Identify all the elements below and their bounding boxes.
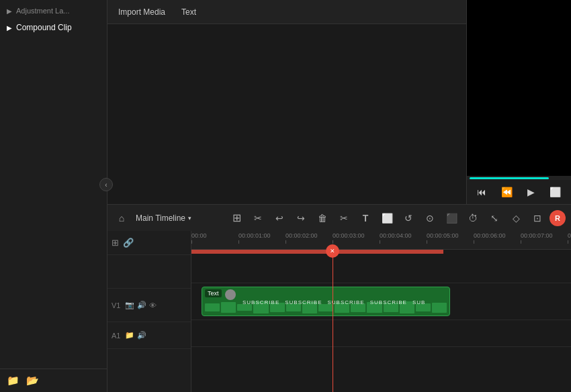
- preview-controls: ⏮ ⏪ ▶ ⬜: [467, 180, 571, 204]
- add-track-icon[interactable]: ⊞: [112, 238, 119, 248]
- playhead-marker[interactable]: ✕: [326, 244, 339, 258]
- compound-clip-item[interactable]: ▶ Compound Clip: [0, 19, 107, 36]
- a1-number: A1: [112, 332, 121, 340]
- fullscreen-button[interactable]: ⬜: [550, 187, 561, 197]
- ruler-mark-3: 00:00:03:00: [333, 232, 365, 244]
- delete-button[interactable]: 🗑: [313, 209, 332, 228]
- ruler-mark-1: 00:00:01:00: [238, 232, 271, 244]
- a1-controls: 📁 🔊: [125, 331, 146, 340]
- v1-speaker-icon[interactable]: 🔊: [137, 301, 146, 309]
- left-panel-footer: 📁 📂: [0, 369, 107, 392]
- clip-type-icon: [225, 289, 236, 300]
- empty-track-label: [107, 255, 191, 289]
- preview-viewport: [467, 0, 571, 176]
- timeline-tracks: 00:00 00:00:01:00 00:00:02:00 00:00: [191, 231, 571, 392]
- ruler-mark-7: 00:00:07:00: [521, 232, 553, 244]
- ruler-mark-0: 00:00: [191, 232, 207, 244]
- v1-camera-icon[interactable]: 📷: [125, 301, 134, 309]
- add-link-row: ⊞ 🔗: [107, 231, 191, 255]
- video-clip[interactable]: Text SUBSCRIBE SUBSCRIBE SUBSCRIBE SUBSC…: [202, 287, 450, 316]
- track-labels: ⊞ 🔗 V1 📷 🔊 👁 A1: [107, 231, 191, 392]
- resize-tool-button[interactable]: ⤡: [485, 209, 504, 228]
- transform-tool-button[interactable]: ⬛: [442, 209, 461, 228]
- media-bin-list: ▶ Adjustment La... ▶ Compound Clip: [0, 0, 107, 369]
- v1-controls: 📷 🔊 👁: [125, 301, 157, 309]
- adjustment-layer-item[interactable]: ▶ Adjustment La...: [0, 3, 107, 19]
- subscribe-text-2: SUBSCRIBE: [285, 299, 322, 305]
- undo-button[interactable]: ↩: [270, 209, 289, 228]
- play-button[interactable]: ▶: [527, 187, 535, 197]
- adjustment-layer-label: Adjustment La...: [16, 7, 70, 15]
- track-area: Text SUBSCRIBE SUBSCRIBE SUBSCRIBE SUBSC…: [191, 250, 571, 392]
- waveform-bar: [205, 303, 220, 311]
- timeline-name: Main Timeline: [136, 213, 185, 223]
- left-panel: ▶ Adjustment La... ▶ Compound Clip 📁 📂: [0, 0, 107, 392]
- subscribe-text-4: SUBSCRIBE: [370, 299, 407, 305]
- import-media-button[interactable]: Import Media: [116, 6, 168, 18]
- rewind-button[interactable]: ⏮: [477, 187, 486, 197]
- timeline-topbar: ⌂ Main Timeline ▾ ⊞ ✂ ↩ ↪ 🗑 ✂ T ⬜ ↺ ⊙ ⬛ …: [107, 204, 571, 231]
- chevron-right-icon: ▶: [7, 7, 12, 15]
- redo-button[interactable]: ↪: [292, 209, 310, 228]
- a1-folder-icon[interactable]: 📁: [125, 331, 134, 340]
- ruler-mark-8: 00:00:08:00: [568, 232, 571, 244]
- v1-track-label: V1 📷 🔊 👁: [107, 289, 191, 322]
- a1-track-row: [191, 320, 571, 347]
- timeline-label[interactable]: Main Timeline ▾: [136, 213, 191, 223]
- timeline-ruler: 00:00 00:00:01:00 00:00:02:00 00:00: [191, 231, 571, 250]
- prev-frame-button[interactable]: ⏪: [501, 187, 513, 197]
- ruler-mark-2: 00:00:02:00: [286, 232, 318, 244]
- v1-track-row: Text SUBSCRIBE SUBSCRIBE SUBSCRIBE SUBSC…: [191, 283, 571, 320]
- clip-label: Text: [205, 289, 222, 297]
- speed-tool-button[interactable]: ↺: [399, 209, 418, 228]
- timeline-dropdown-arrow: ▾: [188, 215, 191, 222]
- timeline-home-button[interactable]: ⌂: [113, 209, 130, 227]
- a1-speaker-icon[interactable]: 🔊: [137, 331, 146, 340]
- new-folder-icon[interactable]: 📁: [7, 375, 19, 387]
- link-icon[interactable]: 🔗: [123, 238, 134, 248]
- ruler-mark-5: 00:00:05:00: [427, 232, 459, 244]
- subscribe-text-5: SUB: [412, 299, 425, 305]
- preview-panel: ⏮ ⏪ ▶ ⬜: [467, 0, 571, 204]
- user-avatar: R: [550, 210, 566, 226]
- subscribe-text-1: SUBSCRIBE: [243, 299, 279, 305]
- waveform-bar: [221, 302, 236, 313]
- color-tool-button[interactable]: ◇: [507, 209, 525, 228]
- add-folder-icon[interactable]: 📂: [26, 375, 39, 387]
- preview-progress-fill: [470, 177, 549, 179]
- empty-track-row: [191, 250, 571, 283]
- ruler-mark-6: 00:00:06:00: [474, 232, 506, 244]
- media-panel: Import Media Text: [107, 0, 467, 204]
- compound-clip-label: Compound Clip: [16, 23, 72, 32]
- v1-eye-icon[interactable]: 👁: [149, 301, 157, 309]
- copy-tool-button[interactable]: ⊙: [421, 209, 439, 228]
- cut-button[interactable]: ✂: [335, 209, 353, 228]
- top-toolbar: Import Media Text: [107, 0, 466, 24]
- playhead-x: ✕: [330, 248, 335, 254]
- text-tool-button[interactable]: T: [356, 209, 375, 228]
- timeline-section: ⌂ Main Timeline ▾ ⊞ ✂ ↩ ↪ 🗑 ✂ T ⬜ ↺ ⊙ ⬛ …: [107, 204, 571, 392]
- collapse-panel-button[interactable]: ‹: [99, 178, 113, 191]
- text-button[interactable]: Text: [179, 6, 199, 18]
- media-area: [107, 24, 466, 204]
- razor-tool-button[interactable]: ✂: [249, 209, 267, 228]
- ruler-mark-4: 00:00:04:00: [380, 232, 412, 244]
- selection-bar: [191, 250, 443, 254]
- subscribe-pattern: SUBSCRIBE SUBSCRIBE SUBSCRIBE SUBSCRIBE …: [243, 297, 444, 307]
- timer-tool-button[interactable]: ⏱: [464, 209, 482, 228]
- export-tool-button[interactable]: ⊡: [528, 209, 547, 228]
- v1-number: V1: [112, 301, 121, 309]
- chevron-right-icon-2: ▶: [7, 24, 12, 32]
- select-tool-button[interactable]: ⊞: [227, 209, 246, 228]
- playhead-line: [333, 250, 333, 392]
- a1-track-label: A1 📁 🔊: [107, 322, 191, 349]
- timeline-content: ⊞ 🔗 V1 📷 🔊 👁 A1: [107, 231, 571, 392]
- crop-tool-button[interactable]: ⬜: [378, 209, 396, 228]
